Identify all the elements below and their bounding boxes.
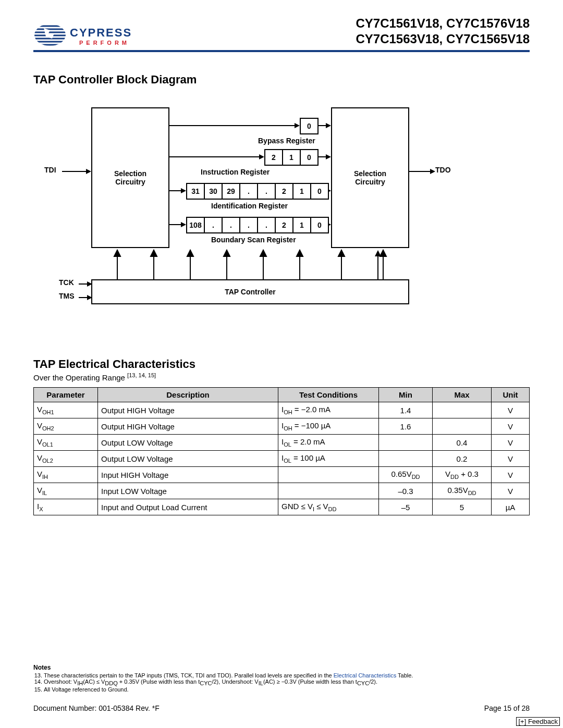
max-cell: 5	[433, 499, 492, 515]
max-cell: 0.2	[433, 451, 492, 467]
min-cell	[379, 435, 433, 451]
max-cell: 0.35VDD	[433, 483, 492, 499]
table-header: Description	[98, 388, 278, 402]
svg-marker-15	[87, 295, 92, 300]
svg-marker-29	[181, 222, 186, 227]
svg-marker-13	[87, 281, 92, 287]
brand-text: CYPRESS	[70, 24, 132, 40]
max-cell	[433, 418, 492, 435]
register-cell: .	[204, 217, 223, 233]
table-header: Parameter	[34, 388, 98, 402]
unit-cell: V	[492, 483, 530, 499]
desc-cell: Input LOW Voltage	[98, 483, 278, 499]
register-cell: 2	[264, 149, 283, 166]
op-range-refs: [13, 14, 15]	[127, 372, 156, 378]
min-cell: 1.4	[379, 402, 433, 418]
feedback-button[interactable]: [+] Feedback	[516, 717, 560, 726]
globe-icon	[33, 23, 67, 47]
instruction-register: 210	[264, 149, 319, 166]
op-range-prefix: Over the Operating Range	[33, 373, 127, 382]
tdi-arrow-icon	[62, 168, 91, 175]
register-cell: 31	[186, 183, 205, 200]
notes-title: Notes	[33, 664, 530, 671]
cond-cell: IOL = 2.0 mA	[278, 435, 379, 451]
svg-marker-11	[430, 169, 435, 174]
parts-line-2: CY7C1563V18, CY7C1565V18	[356, 31, 530, 47]
right-selection-box: Selection Circuitry	[331, 107, 409, 248]
param-cell: VOH2	[34, 418, 98, 435]
doc-number: Document Number: 001-05384 Rev. *F	[33, 704, 160, 712]
tdi-label: TDI	[44, 166, 56, 174]
operating-range-text: Over the Operating Range [13, 14, 15]	[33, 372, 530, 382]
svg-marker-35	[151, 250, 157, 256]
desc-cell: Input HIGH Voltage	[98, 467, 278, 483]
left-selection-label: Selection Circuitry	[92, 169, 168, 186]
register-cell: 0	[300, 149, 319, 166]
electrical-characteristics-table: ParameterDescriptionTest ConditionsMinMa…	[33, 387, 530, 515]
svg-marker-45	[338, 250, 345, 256]
cond-cell: IOH = −2.0 mA	[278, 402, 379, 418]
register-cell: 2	[275, 217, 293, 233]
left-selection-box: Selection Circuitry	[91, 107, 169, 248]
page-number: Page 15 of 28	[484, 704, 530, 712]
max-cell	[433, 402, 492, 418]
register-cell: 1	[292, 217, 311, 233]
svg-marker-25	[181, 188, 186, 193]
svg-marker-41	[260, 250, 266, 256]
section-title-electrical: TAP Electrical Characteristics	[33, 357, 530, 371]
param-cell: IX	[34, 499, 98, 515]
svg-marker-49	[375, 250, 381, 256]
table-row: VOH2Output HIGH VoltageIOH = −100 µA1.6V	[34, 418, 530, 435]
tap-up-arrows	[91, 249, 409, 279]
register-cell: 2	[275, 183, 293, 200]
tap-controller-box: TAP Controller	[91, 279, 409, 304]
register-cell: 0	[300, 118, 319, 134]
svg-marker-39	[224, 250, 230, 256]
section-title-diagram: TAP Controller Block Diagram	[33, 73, 530, 87]
svg-marker-33	[114, 250, 120, 256]
tagline: PERFORM	[70, 40, 132, 46]
svg-marker-19	[326, 123, 331, 128]
unit-cell: V	[492, 435, 530, 451]
desc-cell: Output HIGH Voltage	[98, 402, 278, 418]
unit-cell: V	[492, 418, 530, 435]
register-cell: .	[239, 183, 258, 200]
min-cell: 1.6	[379, 418, 433, 435]
table-header: Test Conditions	[278, 388, 379, 402]
note-item: Overshoot: VIH(AC) ≤ VDDQ + 0.35V (Pulse…	[44, 678, 530, 686]
table-header: Max	[433, 388, 492, 402]
param-cell: VIH	[34, 467, 98, 483]
register-cell: 29	[222, 183, 240, 200]
table-header: Min	[379, 388, 433, 402]
unit-cell: V	[492, 467, 530, 483]
boundary-scan-register: 108....210	[186, 217, 329, 233]
desc-cell: Input and Output Load Current	[98, 499, 278, 515]
register-cell: 108	[186, 217, 205, 233]
register-cell: 0	[310, 217, 329, 233]
tap-controller-label: TAP Controller	[225, 288, 276, 296]
note-item: These characteristics pertain to the TAP…	[44, 672, 530, 678]
svg-marker-23	[326, 154, 331, 159]
notes-block: Notes These characteristics pertain to t…	[33, 664, 530, 693]
svg-marker-9	[86, 169, 91, 174]
table-row: VIHInput HIGH Voltage0.65VDDVDD + 0.3V	[34, 467, 530, 483]
register-cell: .	[257, 183, 276, 200]
register-cell: 1	[282, 149, 301, 166]
page-header: CYPRESS PERFORM CY7C1561V18, CY7C1576V18…	[33, 16, 530, 52]
desc-cell: Output LOW Voltage	[98, 451, 278, 467]
min-cell: –5	[379, 499, 433, 515]
tap-up-arrow-right	[373, 249, 383, 279]
cond-cell	[278, 467, 379, 483]
desc-cell: Output HIGH Voltage	[98, 418, 278, 435]
instruction-register-label: Instruction Register	[201, 168, 270, 176]
right-selection-label: Selection Circuitry	[332, 169, 408, 186]
boundary-register-label: Boundary Scan Register	[211, 236, 296, 244]
cond-cell: IOH = −100 µA	[278, 418, 379, 435]
cond-cell: IOL = 100 µA	[278, 451, 379, 467]
register-cell: 30	[204, 183, 223, 200]
unit-cell: V	[492, 451, 530, 467]
tck-arrow-icon	[79, 280, 92, 288]
svg-marker-17	[295, 123, 300, 128]
electrical-characteristics-link[interactable]: Electrical Characteristics	[334, 672, 396, 678]
min-cell: 0.65VDD	[379, 467, 433, 483]
